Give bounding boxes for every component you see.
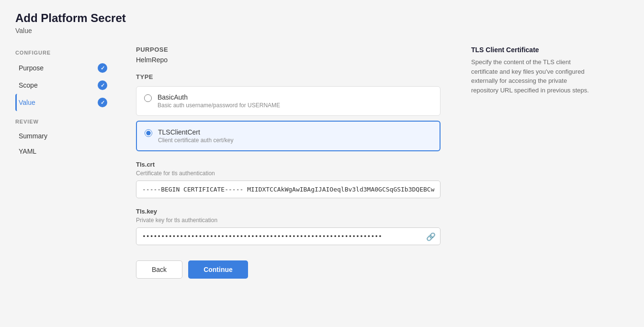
type-section-label: Type [136, 73, 441, 80]
tls-crt-input[interactable] [136, 180, 441, 198]
scope-check-icon [98, 80, 107, 90]
sidebar-item-value[interactable]: Value [15, 94, 113, 111]
continue-button[interactable]: Continue [188, 260, 248, 279]
toggle-visibility-icon[interactable]: 🔗 [426, 232, 436, 241]
tlsclientcert-title: TLSClientCert [158, 128, 233, 136]
sidebar-yaml-label: YAML [19, 147, 36, 155]
sidebar-item-summary[interactable]: Summary [15, 128, 113, 144]
purpose-check-icon [98, 63, 107, 73]
tlsclientcert-option[interactable]: TLSClientCert Client certificate auth ce… [136, 121, 441, 151]
content-area: Purpose HelmRepo Type BasicAuth Basic au… [121, 46, 456, 316]
tls-key-group: Tls.key Private key for tls authenticati… [136, 208, 441, 245]
tls-key-wrapper: 🔗 [136, 227, 441, 245]
right-panel: TLS Client Certificate Specify the conte… [456, 46, 590, 316]
tls-crt-label: Tls.crt [136, 161, 441, 168]
tls-key-label: Tls.key [136, 208, 441, 215]
tls-crt-sublabel: Certificate for tls authentication [136, 170, 441, 177]
tlsclientcert-radio[interactable] [145, 129, 152, 137]
page-subtitle: Value [15, 27, 629, 34]
basicauth-radio[interactable] [144, 94, 152, 102]
tls-crt-group: Tls.crt Certificate for tls authenticati… [136, 161, 441, 198]
button-row: Back Continue [136, 260, 441, 279]
right-panel-title: TLS Client Certificate [471, 46, 590, 54]
tlsclientcert-desc: Client certificate auth cert/key [158, 137, 233, 144]
review-section-label: REVIEW [15, 119, 113, 124]
page-title: Add Platform Secret [15, 11, 629, 25]
sidebar-item-yaml[interactable]: YAML [15, 144, 113, 159]
tls-key-sublabel: Private key for tls authentication [136, 217, 441, 224]
sidebar-summary-label: Summary [19, 132, 47, 140]
sidebar: CONFIGURE Purpose Scope Value REVIEW Sum… [15, 46, 121, 316]
tlsclientcert-content: TLSClientCert Client certificate auth ce… [158, 128, 233, 144]
sidebar-item-scope[interactable]: Scope [15, 77, 113, 94]
basicauth-title: BasicAuth [158, 93, 280, 101]
basicauth-desc: Basic auth username/password for USERNAM… [158, 102, 280, 109]
sidebar-value-label: Value [19, 99, 35, 106]
value-check-icon [98, 98, 107, 107]
sidebar-item-purpose[interactable]: Purpose [15, 59, 113, 77]
sidebar-purpose-label: Purpose [19, 64, 44, 72]
sidebar-scope-label: Scope [19, 81, 38, 89]
back-button[interactable]: Back [136, 260, 182, 279]
purpose-field-label: Purpose [136, 46, 441, 53]
right-panel-description: Specify the content of the TLS client ce… [471, 57, 590, 95]
basicauth-content: BasicAuth Basic auth username/password f… [158, 93, 280, 109]
tls-key-input[interactable] [136, 227, 441, 245]
purpose-field-value: HelmRepo [136, 56, 441, 64]
basicauth-option[interactable]: BasicAuth Basic auth username/password f… [136, 86, 441, 116]
configure-section-label: CONFIGURE [15, 50, 113, 56]
